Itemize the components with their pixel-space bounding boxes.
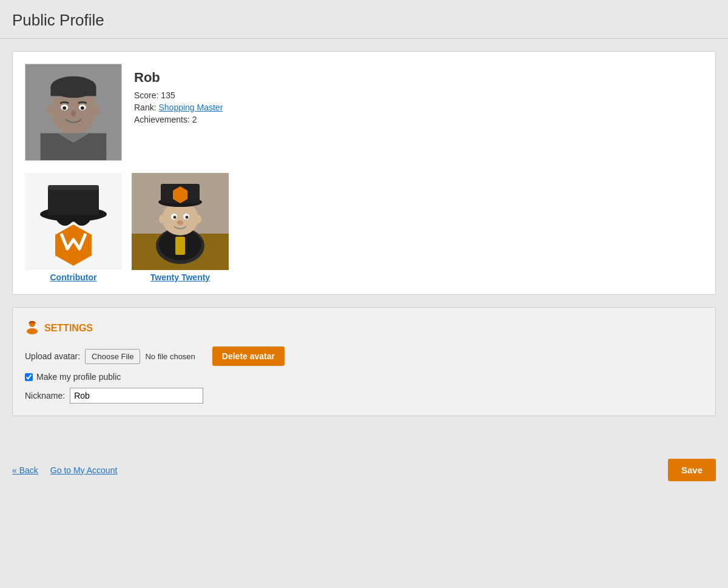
contributor-label[interactable]: Contributor [50,272,97,282]
svg-point-34 [177,220,183,225]
settings-title: SETTINGS [25,320,703,337]
svg-point-35 [159,215,165,223]
svg-point-12 [71,110,76,117]
nickname-row: Nickname: [25,388,703,404]
svg-point-13 [47,104,55,115]
contributor-badge-img [25,173,122,270]
profile-username: Rob [134,70,223,86]
twentytwenty-badge-svg [132,173,229,270]
public-profile-checkbox[interactable] [25,373,33,381]
svg-rect-18 [48,185,99,190]
save-button[interactable]: Save [668,459,716,481]
choose-file-button[interactable]: Choose File [85,349,140,364]
profile-avatar [25,64,122,161]
public-profile-row: Make my profile public [25,372,703,382]
svg-point-14 [93,104,100,115]
svg-point-10 [62,106,66,110]
settings-person-icon [25,320,39,337]
achievements-value: 2 [192,115,197,124]
score-label: Score: [134,90,158,100]
svg-point-36 [195,215,201,223]
avatar-svg [25,64,121,160]
nickname-input[interactable] [70,388,203,404]
delete-avatar-button[interactable]: Delete avatar [212,346,285,366]
page-footer: « Back Go to My Account Save [0,447,728,493]
page-content: Rob Score: 135 Rank: Shopping Master Ach… [0,39,728,441]
settings-card: SETTINGS Upload avatar: Choose File No f… [12,307,716,416]
no-file-text: No file chosen [145,352,195,361]
profile-details: Rob Score: 135 Rank: Shopping Master Ach… [134,64,223,127]
upload-label: Upload avatar: [25,351,80,361]
settings-title-text: SETTINGS [44,323,93,334]
contributor-badge-svg [25,173,122,270]
profile-achievements: Achievements: 2 [134,115,223,124]
public-profile-label[interactable]: Make my profile public [36,372,121,382]
profile-card: Rob Score: 135 Rank: Shopping Master Ach… [12,51,716,295]
svg-point-32 [174,216,177,219]
nickname-label: Nickname: [25,391,65,400]
rank-label: Rank: [134,103,157,112]
achievement-twentytwenty: Twenty Twenty [132,173,229,282]
rank-link[interactable]: Shopping Master [158,103,223,112]
twentytwenty-label[interactable]: Twenty Twenty [150,272,210,282]
footer-links: « Back Go to My Account [12,465,117,475]
achievements-row: Contributor [25,173,703,282]
score-value: 135 [161,90,175,100]
profile-rank: Rank: Shopping Master [134,103,223,112]
upload-avatar-row: Upload avatar: Choose File No file chose… [25,346,703,366]
svg-rect-7 [50,87,96,96]
file-input-wrapper: Choose File No file chosen [85,349,195,364]
profile-score: Score: 135 [134,90,223,100]
back-link[interactable]: « Back [12,465,38,475]
profile-info: Rob Score: 135 Rank: Shopping Master Ach… [25,64,703,161]
page-header: Public Profile [0,0,728,39]
svg-point-38 [27,328,38,334]
account-link[interactable]: Go to My Account [50,465,118,475]
achievement-contributor: Contributor [25,173,122,282]
svg-rect-25 [175,237,185,255]
twentytwenty-badge-img [132,173,229,270]
svg-rect-40 [29,322,36,323]
achievements-label: Achievements: [134,115,190,124]
svg-point-11 [81,106,84,110]
svg-point-33 [186,216,189,219]
page-title: Public Profile [12,11,716,30]
